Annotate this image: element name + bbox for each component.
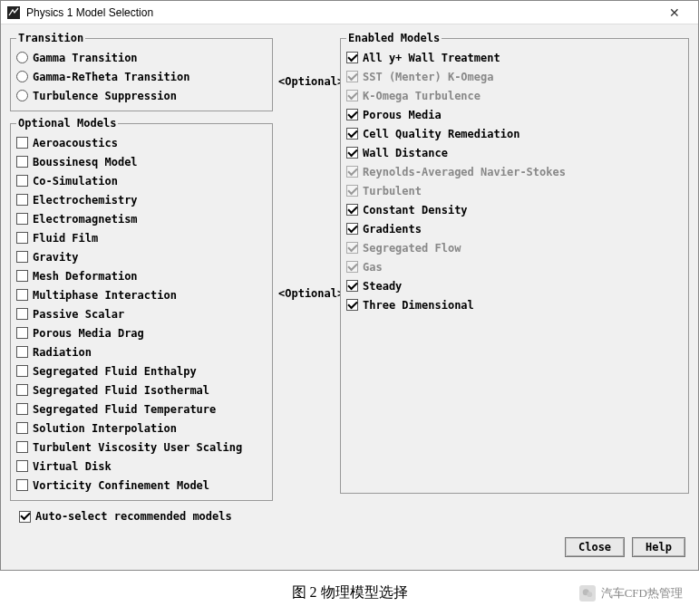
checkbox-label: Mesh Deformation [33,270,138,283]
checkbox[interactable] [346,128,358,140]
checkbox-label: Co-Simulation [33,175,118,188]
checkbox[interactable] [16,232,28,244]
watermark-text: 汽车CFD热管理 [601,585,683,602]
app-icon [6,5,21,20]
enabled-model-row: Reynolds-Averaged Navier-Stokes [346,162,683,181]
optional-model-row: Passive Scalar [16,304,267,323]
button-row: Close Help [1,526,698,570]
checkbox[interactable] [16,346,28,358]
optional-model-row: Co-Simulation [16,171,267,190]
optional-model-row: Mesh Deformation [16,266,267,285]
auto-select-checkbox[interactable] [19,511,31,523]
checkbox-label: K-Omega Turbulence [363,90,481,102]
transition-option: Gamma-ReTheta Transition [16,67,267,86]
optional-tag-mid: <Optional> [278,287,335,300]
checkbox-label: Solution Interpolation [33,422,177,435]
checkbox[interactable] [16,479,28,491]
optional-model-row: Virtual Disk [16,457,267,476]
transition-option: Turbulence Suppression [16,86,267,105]
middle-column: <Optional> <Optional> [278,32,335,523]
checkbox-label: Passive Scalar [33,308,124,321]
enabled-model-row: Wall Distance [346,143,683,162]
close-icon[interactable]: ✕ [656,1,693,24]
checkbox[interactable] [16,441,28,453]
checkbox[interactable] [16,384,28,396]
enabled-model-row: Three Dimensional [346,295,683,314]
optional-model-row: Multiphase Interaction [16,285,267,304]
checkbox-label: Three Dimensional [363,299,474,312]
enabled-model-row: Turbulent [346,181,683,200]
checkbox-label: Segregated Flow [363,242,461,255]
checkbox-label: Virtual Disk [33,460,112,473]
titlebar: Physics 1 Model Selection ✕ [1,1,698,24]
checkbox[interactable] [16,327,28,339]
checkbox-label: Boussinesq Model [33,156,138,168]
checkbox[interactable] [346,204,358,216]
wechat-icon [579,585,596,602]
checkbox-label: Segregated Fluid Enthalpy [33,365,197,378]
checkbox-label: Electromagnetism [33,213,138,226]
checkbox-label: Fluid Film [33,232,98,245]
left-column: Transition Gamma TransitionGamma-ReTheta… [10,32,273,523]
checkbox[interactable] [16,194,28,206]
checkbox[interactable] [16,137,28,149]
auto-select-row: Auto-select recommended models [10,506,273,523]
checkbox[interactable] [346,147,358,159]
transition-group: Transition Gamma TransitionGamma-ReTheta… [10,32,273,111]
checkbox[interactable] [16,156,28,168]
checkbox-label: Porous Media [363,109,442,121]
checkbox[interactable] [346,280,358,292]
checkbox[interactable] [346,52,358,63]
svg-point-2 [587,592,592,597]
enabled-model-row: Porous Media [346,105,683,124]
checkbox-label: Cell Quality Remediation [363,128,519,140]
help-button[interactable]: Help [632,537,685,557]
checkbox-label: Reynolds-Averaged Navier-Stokes [363,166,566,178]
optional-model-row: Turbulent Viscosity User Scaling [16,438,267,457]
optional-model-row: Segregated Fluid Enthalpy [16,361,267,380]
checkbox[interactable] [16,213,28,225]
optional-model-row: Radiation [16,342,267,361]
dialog-window: Physics 1 Model Selection ✕ Transition G… [0,0,699,571]
checkbox-label: Turbulent Viscosity User Scaling [33,441,242,454]
auto-select-label: Auto-select recommended models [35,510,232,523]
optional-model-row: Porous Media Drag [16,323,267,342]
radio-button[interactable] [16,71,28,82]
optional-models-group: Optional Models AeroacousticsBoussinesq … [10,117,273,501]
radio-button[interactable] [16,90,28,101]
checkbox[interactable] [346,223,358,235]
checkbox[interactable] [16,289,28,301]
checkbox-label: Radiation [33,346,92,359]
watermark: 汽车CFD热管理 [579,585,683,602]
optional-tag-top: <Optional> [278,75,335,88]
checkbox[interactable] [16,460,28,472]
checkbox[interactable] [16,251,28,263]
optional-legend: Optional Models [16,117,118,130]
checkbox[interactable] [16,175,28,187]
checkbox-label: All y+ Wall Treatment [363,52,500,64]
checkbox-label: Vorticity Confinement Model [33,479,209,492]
checkbox[interactable] [16,270,28,282]
checkbox[interactable] [16,403,28,415]
content-area: Transition Gamma TransitionGamma-ReTheta… [1,24,698,526]
checkbox[interactable] [346,109,358,120]
optional-model-row: Electromagnetism [16,209,267,228]
checkbox-label: Gravity [33,251,79,264]
optional-model-row: Segregated Fluid Temperature [16,399,267,419]
checkbox[interactable] [16,365,28,377]
optional-model-row: Gravity [16,247,267,266]
checkbox[interactable] [16,422,28,434]
transition-option: Gamma Transition [16,48,267,67]
enabled-model-row: K-Omega Turbulence [346,86,683,105]
checkbox-label: Segregated Fluid Temperature [33,403,216,416]
checkbox-label: Aeroacoustics [33,137,118,149]
checkbox[interactable] [16,308,28,320]
optional-model-row: Aeroacoustics [16,133,267,152]
enabled-model-row: SST (Menter) K-Omega [346,67,683,86]
enabled-model-row: Steady [346,276,683,295]
close-button[interactable]: Close [565,537,625,557]
checkbox[interactable] [346,299,358,311]
checkbox-label: Porous Media Drag [33,327,144,340]
enabled-model-row: All y+ Wall Treatment [346,48,683,67]
radio-button[interactable] [16,52,28,63]
